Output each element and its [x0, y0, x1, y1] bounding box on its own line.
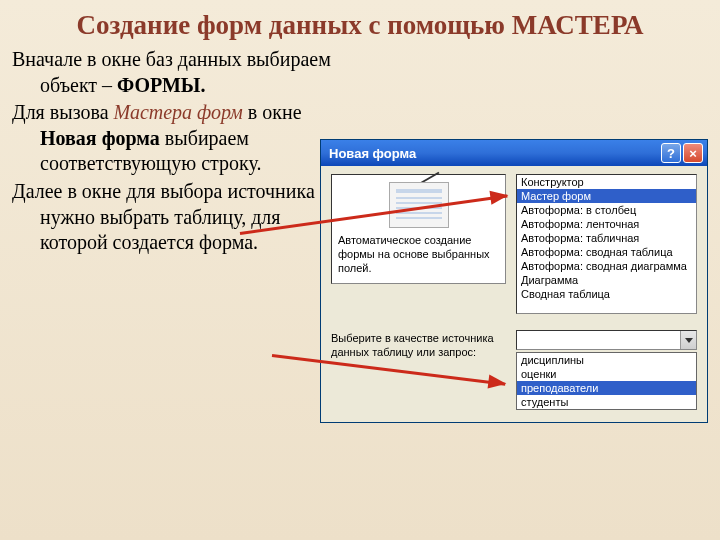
p2-italic: Мастера форм: [114, 101, 243, 123]
titlebar-buttons: ? ×: [661, 143, 703, 163]
form-type-option[interactable]: Автоформа: в столбец: [517, 203, 696, 217]
preview-description: Автоматическое создание формы на основе …: [332, 234, 505, 275]
form-type-option[interactable]: Автоформа: сводная диаграмма: [517, 259, 696, 273]
source-combobox[interactable]: [516, 330, 697, 350]
close-button[interactable]: ×: [683, 143, 703, 163]
form-type-option[interactable]: Автоформа: ленточная: [517, 217, 696, 231]
dialog-body: Автоматическое создание формы на основе …: [321, 166, 707, 422]
paragraph-1: Вначале в окне баз данных выбираем объек…: [12, 47, 332, 98]
form-type-listbox[interactable]: КонструкторМастер формАвтоформа: в столб…: [516, 174, 697, 314]
new-form-dialog: Новая форма ? × Автоматическое создание …: [320, 139, 708, 423]
dialog-title: Новая форма: [329, 146, 661, 161]
p2-c: в окне: [243, 101, 302, 123]
dialog-titlebar[interactable]: Новая форма ? ×: [321, 140, 707, 166]
source-option[interactable]: преподаватели: [517, 381, 696, 395]
source-combo-wrap: дисциплиныоценкипреподавателистуденты: [516, 330, 697, 410]
source-option[interactable]: студенты: [517, 395, 696, 409]
dialog-row-1: Автоматическое создание формы на основе …: [331, 174, 697, 314]
preview-pane: Автоматическое создание формы на основе …: [331, 174, 506, 284]
source-combo-input[interactable]: [517, 331, 680, 349]
paragraph-2: Для вызова Мастера форм в окне Новая фор…: [12, 100, 332, 177]
help-button[interactable]: ?: [661, 143, 681, 163]
form-type-option[interactable]: Сводная таблица: [517, 287, 696, 301]
source-option[interactable]: оценки: [517, 367, 696, 381]
p2-a: Для вызова: [12, 101, 114, 123]
paragraph-3: Далее в окне для выбора источника нужно …: [12, 179, 332, 256]
form-type-option[interactable]: Конструктор: [517, 175, 696, 189]
form-type-option[interactable]: Диаграмма: [517, 273, 696, 287]
source-combo-dropdown-button[interactable]: [680, 331, 696, 349]
form-type-option[interactable]: Автоформа: табличная: [517, 231, 696, 245]
source-option[interactable]: дисциплины: [517, 353, 696, 367]
p2-bold: Новая форма: [40, 127, 160, 149]
p1-bold: ФОРМЫ.: [117, 74, 205, 96]
source-label: Выберите в качестве источника данных таб…: [331, 330, 506, 360]
form-type-option[interactable]: Мастер форм: [517, 189, 696, 203]
form-type-option[interactable]: Автоформа: сводная таблица: [517, 245, 696, 259]
slide-title: Создание форм данных с помощью МАСТЕРА: [0, 0, 720, 47]
source-dropdown-list[interactable]: дисциплиныоценкипреподавателистуденты: [516, 352, 697, 410]
